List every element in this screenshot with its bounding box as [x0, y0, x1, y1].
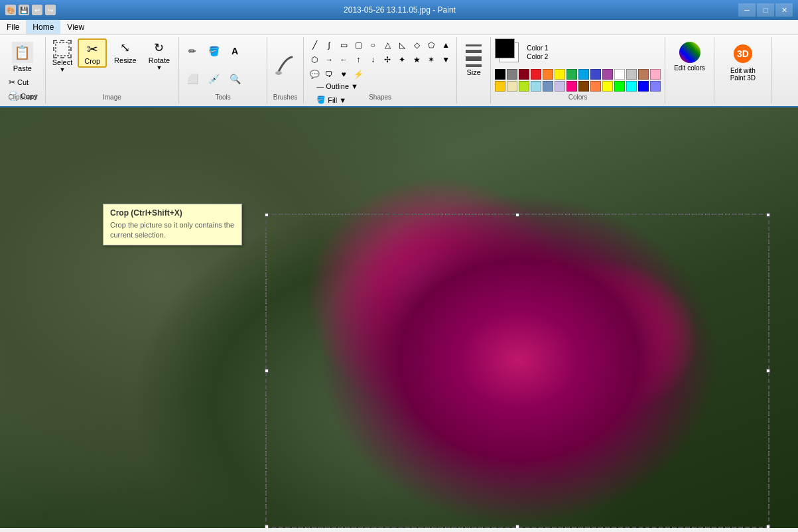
shape-rect[interactable]: ▭	[337, 38, 350, 52]
color-swatch[interactable]	[590, 69, 601, 80]
minimize-button[interactable]: ─	[738, 3, 756, 17]
shape-4way-arrow[interactable]: ✢	[381, 53, 394, 66]
resize-button[interactable]: ⤡ Resize	[109, 38, 141, 66]
size-group: Size	[457, 37, 491, 103]
crop-button[interactable]: ✂ Crop	[78, 38, 107, 68]
shape-right-triangle[interactable]: ◺	[395, 38, 409, 52]
menu-home[interactable]: Home	[26, 20, 60, 34]
tooltip-body: Crop the picture so it only contains the…	[110, 220, 235, 241]
magnifier-tool[interactable]: 🔍	[226, 70, 244, 88]
colors-content: Color 1 Color 2	[495, 38, 661, 102]
color-swatch[interactable]	[507, 81, 517, 92]
shape-line[interactable]: ╱	[308, 38, 321, 52]
shape-heart[interactable]: ♥	[337, 68, 350, 81]
paste-button[interactable]: 📋 Paste	[6, 38, 39, 76]
eraser-tool[interactable]: ⬜	[183, 70, 202, 88]
color-swatch[interactable]	[638, 81, 649, 92]
fill-tool[interactable]: 🪣	[204, 42, 223, 60]
select-button[interactable]: Select ▼	[50, 38, 76, 74]
quick-access-undo[interactable]: ↩	[32, 5, 42, 15]
tools-label: Tools	[179, 94, 267, 101]
quick-access-redo[interactable]: ↪	[45, 5, 56, 15]
rotate-icon: ↻	[154, 40, 164, 55]
outline-button[interactable]: — Outline ▼	[313, 81, 362, 92]
shape-diamond[interactable]: ◇	[410, 38, 423, 52]
shape-rounded-rect[interactable]: ▢	[352, 38, 365, 52]
brushes-label: Brushes	[267, 94, 303, 101]
shape-star4[interactable]: ✦	[395, 53, 409, 66]
color-picker-tool[interactable]: 💉	[204, 70, 223, 88]
menu-file[interactable]: File	[0, 20, 26, 34]
color-swatch[interactable]	[519, 81, 529, 92]
outline-arrow: ▼	[351, 82, 358, 90]
pencil-tool[interactable]: ✏	[183, 42, 202, 60]
shape-triangle[interactable]: △	[381, 38, 394, 52]
color-swatch[interactable]	[638, 69, 649, 80]
maximize-button[interactable]: □	[757, 3, 774, 17]
shape-hex[interactable]: ⬡	[308, 53, 321, 66]
color1-swatch[interactable]	[495, 38, 515, 58]
crop-tooltip: Crop (Ctrl+Shift+X) Crop the picture so …	[103, 204, 242, 245]
color-swatch[interactable]	[650, 69, 661, 80]
color-swatch[interactable]	[578, 69, 589, 80]
color-swatch[interactable]	[578, 81, 589, 92]
image-label: Image	[46, 94, 178, 101]
edit-paint3d-button[interactable]: 3D Edit with Paint 3D	[718, 38, 767, 85]
rotate-button[interactable]: ↻ Rotate ▼	[144, 38, 174, 73]
shapes-row-2: ⬡ → ← ↑ ↓ ✢ ✦ ★ ✶ ▼	[308, 53, 452, 66]
shape-left-arrow[interactable]: ←	[337, 53, 350, 66]
quick-access-save[interactable]: 💾	[19, 5, 29, 15]
paste-icon: 📋	[12, 42, 33, 63]
color-selected-stack	[495, 38, 523, 66]
color-swatch[interactable]	[566, 81, 577, 92]
close-button[interactable]: ✕	[775, 3, 793, 17]
color-swatch[interactable]	[590, 81, 601, 92]
shape-ellipse[interactable]: ○	[366, 38, 379, 52]
color-swatch[interactable]	[495, 69, 505, 80]
shape-star5[interactable]: ★	[410, 53, 423, 66]
color-swatch[interactable]	[602, 81, 613, 92]
color-swatch[interactable]	[626, 69, 637, 80]
color-swatch[interactable]	[495, 81, 505, 92]
color-swatch[interactable]	[555, 81, 565, 92]
shape-more[interactable]: ▲	[439, 38, 452, 52]
shape-star6[interactable]: ✶	[425, 53, 438, 66]
color-swatch[interactable]	[531, 81, 541, 92]
svg-point-1	[275, 71, 282, 75]
brushes-button[interactable]	[271, 51, 299, 79]
cut-button[interactable]: ✂ Cut	[5, 76, 41, 89]
color-swatch[interactable]	[614, 81, 625, 92]
canvas-area[interactable]: Crop (Ctrl+Shift+X) Crop the picture so …	[0, 107, 798, 528]
shape-right-arrow[interactable]: →	[322, 53, 336, 66]
color-swatch[interactable]	[519, 69, 529, 80]
color-row-2	[495, 81, 661, 92]
menu-view[interactable]: View	[60, 20, 91, 34]
shape-lightning[interactable]: ⚡	[352, 68, 365, 81]
brushes-group: Brushes	[267, 37, 304, 103]
svg-text:3D: 3D	[737, 48, 749, 59]
shape-down-more[interactable]: ▼	[439, 53, 452, 66]
color-row-1	[495, 69, 661, 80]
shape-up-arrow[interactable]: ↑	[352, 53, 365, 66]
color-swatch[interactable]	[566, 69, 577, 80]
shape-pentagon[interactable]: ⬠	[425, 38, 438, 52]
window-controls: ─ □ ✕	[738, 3, 793, 17]
color-swatch[interactable]	[650, 81, 661, 92]
color-swatch[interactable]	[531, 69, 541, 80]
color-swatch[interactable]	[614, 69, 625, 80]
shape-curve[interactable]: ∫	[322, 38, 336, 52]
color-swatch[interactable]	[543, 81, 553, 92]
edit-colors-button[interactable]: Edit colors	[669, 38, 710, 75]
edit-colors-label: Edit colors	[674, 64, 705, 72]
color-swatch[interactable]	[543, 69, 553, 80]
color-swatch[interactable]	[507, 69, 517, 80]
text-tool[interactable]: A	[226, 42, 244, 60]
shape-callout-round[interactable]: 🗨	[322, 68, 336, 81]
clipboard-group: 📋 Paste ✂ Cut 📄 Copy Clipboard	[0, 37, 46, 103]
color-swatch[interactable]	[626, 81, 637, 92]
shape-down-arrow[interactable]: ↓	[366, 53, 379, 66]
shape-callout-rect[interactable]: 💬	[308, 68, 321, 81]
color-swatch[interactable]	[602, 69, 613, 80]
size-button[interactable]: Size	[461, 38, 486, 80]
color-swatch[interactable]	[555, 69, 565, 80]
